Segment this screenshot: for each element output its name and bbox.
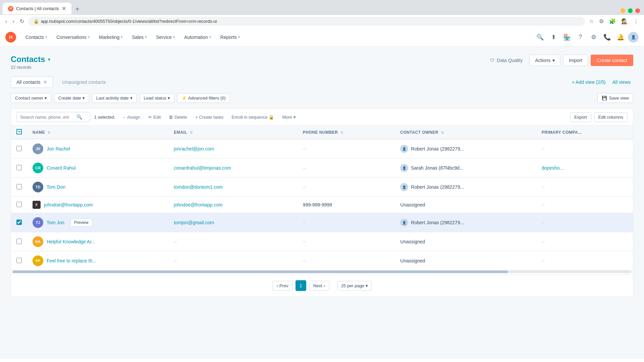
extensions-icon[interactable]: 🧩 <box>608 17 617 26</box>
row-6-checkbox-cell[interactable] <box>11 232 27 251</box>
more-browser-options-icon[interactable]: ⋮ <box>632 17 640 26</box>
all-contacts-tab[interactable]: All contacts ✕ <box>11 76 53 88</box>
nav-contacts[interactable]: Contacts ▾ <box>21 32 51 43</box>
all-views-button[interactable]: All views <box>610 77 633 87</box>
company-column-header[interactable]: PRIMARY COMPA... <box>536 126 633 139</box>
refresh-button[interactable]: ↻ <box>18 17 25 26</box>
search-submit-icon[interactable]: 🔍 <box>76 114 82 120</box>
settings-icon[interactable]: ⚙ <box>598 17 605 26</box>
row-4-checkbox[interactable] <box>16 202 22 207</box>
contact-owner-filter[interactable]: Contact owner ▾ <box>11 93 51 103</box>
nav-conversations[interactable]: Conversations ▾ <box>52 32 94 43</box>
lead-status-filter[interactable]: Lead status ▾ <box>140 93 174 103</box>
row-7-name-link[interactable]: Feel free to replace th... <box>47 258 96 263</box>
row-2-name-link[interactable]: Conard Rahul <box>47 165 75 171</box>
upgrade-icon[interactable]: ⬆ <box>547 31 559 43</box>
import-button[interactable]: Import <box>563 55 588 66</box>
row-5-checkbox[interactable] <box>16 220 22 225</box>
create-tasks-button[interactable]: + Create tasks <box>193 113 226 121</box>
save-view-button[interactable]: 💾 Save view <box>597 93 633 103</box>
indeterminate-checkbox[interactable] <box>16 129 22 134</box>
nav-sales[interactable]: Sales ▾ <box>128 32 151 43</box>
row-4-name-link[interactable]: johndoe@frontapp.com <box>44 202 93 207</box>
row-2-email-link[interactable]: conardrahul@timjonas.com <box>174 165 231 171</box>
close-window-button[interactable] <box>635 8 640 13</box>
hs-logo[interactable]: H <box>5 32 16 43</box>
back-button[interactable]: ‹ <box>4 17 8 26</box>
row-5-name-link[interactable]: Tom Jon <box>47 220 64 225</box>
nav-reports[interactable]: Reports ▾ <box>216 32 244 43</box>
advanced-filters-button[interactable]: ⚡ Advanced filters (0) <box>177 93 230 103</box>
row-5-email-link[interactable]: tomjon@gmail.com <box>174 220 214 225</box>
row-2-company-link[interactable]: dopesho... <box>542 165 564 171</box>
row-4-email-link[interactable]: johndoe@frontapp.com <box>174 202 223 207</box>
search-box[interactable]: 🔍 <box>16 112 90 122</box>
select-all-header[interactable] <box>11 126 27 139</box>
close-tab-button[interactable]: ✕ <box>62 5 66 12</box>
email-column-header[interactable]: EMAIL ⇅ <box>168 126 298 139</box>
row-2-checkbox-cell[interactable] <box>11 159 27 178</box>
add-view-button[interactable]: + Add view (2/5) <box>572 79 606 85</box>
address-bar[interactable]: 🔒 app.hubspot.com/contacts/40055750/obje… <box>28 17 585 26</box>
notifications-icon[interactable]: 🔔 <box>614 31 627 43</box>
row-3-name-link[interactable]: Tom Don <box>47 184 65 190</box>
create-contact-button[interactable]: Create contact <box>591 55 633 66</box>
search-button[interactable]: 🔍 <box>534 31 546 43</box>
row-3-checkbox-cell[interactable] <box>11 178 27 197</box>
name-column-header[interactable]: NAME ⇅ <box>27 126 168 139</box>
actions-button[interactable]: Actions ▾ <box>529 55 560 66</box>
delete-button[interactable]: 🗑 Delete <box>167 113 189 121</box>
row-4-checkbox-cell[interactable] <box>11 197 27 213</box>
search-input[interactable] <box>20 115 74 120</box>
nav-marketing[interactable]: Marketing ▾ <box>95 32 126 43</box>
data-quality-button[interactable]: 🛡 Data Quality <box>486 55 527 66</box>
row-7-checkbox-cell[interactable] <box>11 251 27 270</box>
marketplace-icon[interactable]: 🏪 <box>561 31 573 43</box>
row-6-checkbox[interactable] <box>16 239 22 244</box>
row-3-checkbox[interactable] <box>16 184 22 189</box>
minimize-button[interactable] <box>621 8 625 13</box>
row-6-name-link[interactable]: Helpful Knowledge Ar... <box>47 239 95 244</box>
incognito-icon[interactable]: 🕵 <box>620 17 629 26</box>
forward-button[interactable]: › <box>11 17 15 26</box>
more-actions-button[interactable]: More ▾ <box>280 113 298 121</box>
user-avatar[interactable]: 👤 <box>628 32 639 43</box>
row-1-email-link[interactable]: jonrachel@jon.com <box>174 146 214 152</box>
preview-button[interactable]: Preview <box>70 219 92 227</box>
horizontal-scrollbar[interactable] <box>12 270 632 273</box>
row-1-checkbox-cell[interactable] <box>11 139 27 159</box>
row-5-checkbox-cell[interactable] <box>11 213 27 232</box>
settings-nav-icon[interactable]: ⚙ <box>588 31 600 43</box>
phone-column-header[interactable]: PHONE NUMBER ⇅ <box>298 126 395 139</box>
phone-icon[interactable]: 📞 <box>601 31 613 43</box>
title-dropdown-caret-icon[interactable]: ▾ <box>48 57 50 62</box>
owner-column-header[interactable]: CONTACT OWNER ⇅ <box>395 126 536 139</box>
row-1-checkbox[interactable] <box>16 146 22 151</box>
edit-button[interactable]: ✏ Edit <box>146 113 163 121</box>
per-page-selector[interactable]: 25 per page ▾ <box>337 281 372 291</box>
row-2-checkbox[interactable] <box>16 165 22 170</box>
edit-columns-button[interactable]: Edit columns <box>594 112 628 122</box>
browser-tab-active[interactable]: H Contacts | All contacts ✕ <box>3 3 71 14</box>
prev-page-button[interactable]: ‹ Prev <box>272 281 293 291</box>
bookmark-icon[interactable]: ☆ <box>588 17 595 26</box>
row-3-email-link[interactable]: tomdon@dontom1.com <box>174 184 223 190</box>
scrollbar-thumb[interactable] <box>12 270 508 273</box>
clear-filter-icon[interactable]: ✕ <box>43 79 47 85</box>
page-1-button[interactable]: 1 <box>296 280 306 291</box>
last-activity-date-filter[interactable]: Last activity date ▾ <box>92 93 137 103</box>
nav-automation[interactable]: Automation ▾ <box>180 32 215 43</box>
help-icon[interactable]: ? <box>574 31 586 43</box>
row-7-checkbox[interactable] <box>16 258 22 263</box>
new-tab-button[interactable]: + <box>73 4 82 14</box>
nav-service[interactable]: Service ▾ <box>152 32 179 43</box>
unassigned-contacts-tab[interactable]: Unassigned contacts <box>57 77 111 87</box>
next-page-button[interactable]: Next › <box>309 281 329 291</box>
contacts-title[interactable]: Contacts <box>11 55 45 64</box>
row-1-name-link[interactable]: Jon Rachel <box>47 146 70 152</box>
create-date-filter[interactable]: Create date ▾ <box>54 93 89 103</box>
export-button[interactable]: Export <box>570 112 591 122</box>
maximize-button[interactable] <box>628 8 633 13</box>
enroll-sequence-button[interactable]: Enroll in sequence 🔒 <box>229 113 276 121</box>
assign-button[interactable]: → Assign <box>119 113 142 121</box>
